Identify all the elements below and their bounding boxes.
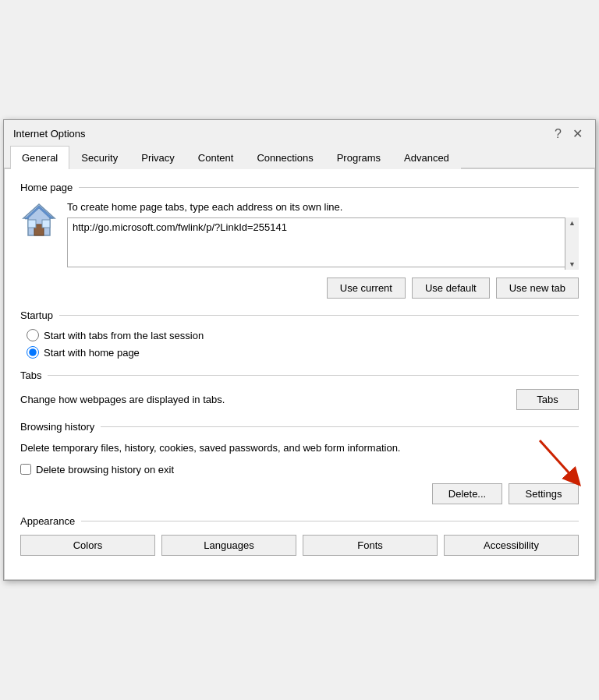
- tab-connections[interactable]: Connections: [245, 146, 324, 169]
- startup-option2-radio[interactable]: [27, 346, 39, 359]
- tab-bar: General Security Privacy Content Connect…: [4, 146, 595, 169]
- delete-history-checkbox-label[interactable]: Delete browsing history on exit: [20, 464, 579, 476]
- tabs-button[interactable]: Tabs: [516, 389, 579, 410]
- appearance-section: Appearance Colors Languages Fonts Access…: [20, 515, 579, 556]
- startup-section-title: Startup: [20, 309, 53, 321]
- colors-button[interactable]: Colors: [20, 535, 155, 556]
- tabs-section-title: Tabs: [20, 369, 41, 381]
- tabs-section: Tabs Change how webpages are displayed i…: [20, 369, 579, 410]
- house-icon: [20, 201, 58, 239]
- tab-privacy[interactable]: Privacy: [129, 146, 186, 169]
- accessibility-button[interactable]: Accessibility: [444, 535, 579, 556]
- delete-history-label: Delete browsing history on exit: [36, 464, 174, 476]
- scroll-up-arrow: ▲: [569, 219, 576, 227]
- svg-rect-4: [42, 220, 50, 228]
- delete-history-checkbox[interactable]: [20, 464, 31, 475]
- use-current-button[interactable]: Use current: [327, 278, 406, 299]
- svg-rect-3: [28, 220, 36, 228]
- tabs-description: Change how webpages are displayed in tab…: [20, 394, 225, 405]
- homepage-row: To create home page tabs, type each addr…: [20, 201, 579, 299]
- browsing-history-desc: Delete temporary files, history, cookies…: [20, 440, 579, 456]
- tab-security[interactable]: Security: [69, 146, 129, 169]
- startup-option2-label[interactable]: Start with home page: [27, 346, 579, 359]
- homepage-section-line: [79, 187, 579, 188]
- use-default-button[interactable]: Use default: [412, 278, 490, 299]
- settings-btn-wrap: Settings: [509, 483, 579, 504]
- startup-option2-text: Start with home page: [44, 347, 140, 359]
- homepage-url-input[interactable]: [67, 217, 579, 267]
- browsing-history-line: [101, 426, 579, 427]
- close-button[interactable]: ✕: [569, 126, 586, 141]
- window-title: Internet Options: [13, 128, 86, 140]
- homepage-description: To create home page tabs, type each addr…: [67, 201, 579, 213]
- scroll-down-arrow: ▼: [569, 260, 576, 268]
- startup-section-line: [59, 315, 579, 316]
- startup-option1-text: Start with tabs from the last session: [44, 330, 204, 341]
- appearance-section-title: Appearance: [20, 515, 75, 527]
- help-button[interactable]: ?: [550, 127, 566, 141]
- title-bar: Internet Options ? ✕: [4, 120, 595, 146]
- startup-options: Start with tabs from the last session St…: [20, 329, 579, 359]
- homepage-section-title: Home page: [20, 182, 73, 193]
- tab-general[interactable]: General: [10, 146, 69, 169]
- browsing-buttons: Delete... Settings: [20, 483, 579, 504]
- appearance-section-line: [81, 521, 579, 521]
- homepage-right: To create home page tabs, type each addr…: [67, 201, 579, 299]
- startup-option1-label[interactable]: Start with tabs from the last session: [27, 329, 579, 341]
- tab-advanced[interactable]: Advanced: [392, 146, 461, 169]
- startup-section: Startup Start with tabs from the last se…: [20, 309, 579, 359]
- browsing-history-title: Browsing history: [20, 421, 94, 433]
- homepage-section-header: Home page: [20, 182, 579, 193]
- homepage-button-row: Use current Use default Use new tab: [67, 278, 579, 299]
- use-new-tab-button[interactable]: Use new tab: [496, 278, 579, 299]
- browsing-history-header: Browsing history: [20, 421, 579, 433]
- tabs-section-line: [48, 375, 579, 376]
- browsing-history-section: Browsing history Delete temporary files,…: [20, 421, 579, 504]
- title-bar-controls: ? ✕: [550, 126, 586, 141]
- internet-options-window: Internet Options ? ✕ General Security Pr…: [3, 119, 596, 581]
- appearance-buttons: Colors Languages Fonts Accessibility: [20, 535, 579, 556]
- tabs-row: Change how webpages are displayed in tab…: [20, 389, 579, 410]
- delete-button[interactable]: Delete...: [432, 483, 502, 504]
- settings-button[interactable]: Settings: [509, 483, 579, 504]
- tab-content-area: Home page To create home page tabs, type…: [4, 169, 595, 580]
- homepage-textarea-wrap: ▲ ▼: [67, 217, 579, 270]
- startup-section-header: Startup: [20, 309, 579, 321]
- textarea-scrollbar: ▲ ▼: [565, 217, 579, 270]
- languages-button[interactable]: Languages: [161, 535, 296, 556]
- fonts-button[interactable]: Fonts: [303, 535, 438, 556]
- tabs-section-header: Tabs: [20, 369, 579, 381]
- appearance-section-header: Appearance: [20, 515, 579, 527]
- tab-programs[interactable]: Programs: [325, 146, 392, 169]
- homepage-section: Home page To create home page tabs, type…: [20, 182, 579, 299]
- startup-option1-radio[interactable]: [27, 329, 39, 341]
- tab-content[interactable]: Content: [186, 146, 246, 169]
